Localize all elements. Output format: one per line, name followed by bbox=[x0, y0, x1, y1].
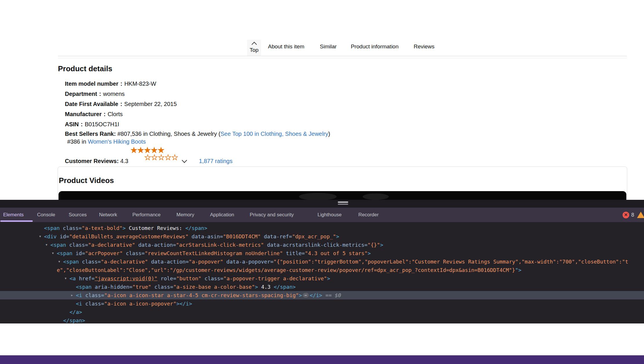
nav-item-reviews[interactable]: Reviews bbox=[414, 43, 435, 50]
error-icon[interactable]: ✕ bbox=[623, 212, 629, 218]
best-sellers-line1: Best Sellers Rank: #807,536 in Clothing,… bbox=[65, 130, 330, 138]
ellipsis-icon[interactable]: ⋯ bbox=[303, 293, 309, 298]
nav-top-button[interactable]: Top bbox=[247, 40, 261, 56]
devtools-code-line[interactable]: ▾<span class="a-declarative" data-action… bbox=[0, 241, 644, 249]
detail-value: September 22, 2015 bbox=[124, 101, 177, 107]
chevron-up-icon bbox=[251, 42, 257, 47]
devtools-tab-recorder[interactable]: Recorder bbox=[358, 208, 379, 222]
product-details-list: Item model number:HKM-823-W Department:w… bbox=[65, 80, 177, 131]
detail-label: Date First Available bbox=[65, 101, 118, 107]
devtools-tab-lighthouse[interactable]: Lighthouse bbox=[318, 208, 342, 222]
warning-icon[interactable] bbox=[637, 212, 644, 218]
detail-label: Manufacturer bbox=[65, 111, 102, 117]
nav-item-about-this-item[interactable]: About this item bbox=[268, 43, 304, 50]
detail-label: Item model number bbox=[65, 81, 118, 87]
devtools-tab-network[interactable]: Network bbox=[99, 208, 117, 222]
active-tab-underline bbox=[0, 220, 33, 222]
nav-divider bbox=[58, 56, 627, 56]
detail-label: Department bbox=[65, 91, 97, 97]
devtools-code-line[interactable]: ▾<div id="detailBullets_averageCustomerR… bbox=[0, 232, 644, 241]
tree-expand-down-arrow-icon[interactable]: ▾ bbox=[64, 274, 67, 283]
detail-row: Date First Available:September 22, 2015 bbox=[65, 100, 177, 108]
detail-row: Department:womens bbox=[65, 90, 177, 98]
devtools-code-line[interactable]: ▾<a href="javascript:void(0)" role="butt… bbox=[0, 274, 644, 283]
best-sellers-label: Best Sellers Rank: bbox=[65, 131, 116, 137]
devtools-tab-application[interactable]: Application bbox=[210, 208, 234, 222]
detail-label: ASIN bbox=[65, 121, 79, 127]
devtools-code-line[interactable]: ▾<span class="a-declarative" data-action… bbox=[0, 257, 644, 266]
devtools-code-line[interactable]: <i class="a-icon a-icon-popover"></i> bbox=[0, 299, 644, 308]
devtools-code-line[interactable]: <span class="a-text-bold"> Customer Revi… bbox=[0, 224, 644, 232]
devtools-code-line[interactable]: ▾<span id="acrPopover" class="reviewCoun… bbox=[0, 249, 644, 257]
product-details-title: Product details bbox=[58, 64, 112, 73]
devtools-code-line[interactable]: </span> bbox=[0, 316, 644, 323]
devtools-tab-memory[interactable]: Memory bbox=[176, 208, 194, 222]
devtools-panel: Elements Console Sources Network Perform… bbox=[0, 200, 644, 323]
product-videos-title: Product Videos bbox=[59, 176, 114, 185]
devtools-tab-sources[interactable]: Sources bbox=[69, 208, 87, 222]
detail-value: womens bbox=[103, 91, 125, 97]
womens-hiking-boots-link[interactable]: Women's Hiking Boots bbox=[88, 138, 146, 145]
devtools-tab-elements[interactable]: Elements bbox=[3, 208, 24, 222]
ratings-count-link[interactable]: 1,877 ratings bbox=[199, 158, 233, 164]
devtools-code-line[interactable]: <span aria-hidden="true" class="a-size-b… bbox=[0, 283, 644, 291]
devtools-code-line[interactable]: </a> bbox=[0, 308, 644, 316]
rating-value: 4.3 bbox=[120, 158, 128, 164]
devtools-badges: ✕ 8 bbox=[623, 208, 640, 222]
devtools-tab-performance[interactable]: Performance bbox=[132, 208, 160, 222]
devtools-code-line[interactable]: ▸<i class="a-icon a-icon-star a-star-4-5… bbox=[0, 291, 644, 299]
footer-bar bbox=[0, 355, 644, 364]
customer-reviews-label: Customer Reviews: bbox=[65, 158, 119, 164]
devtools-resize-strip[interactable] bbox=[0, 200, 644, 208]
section-divider bbox=[58, 58, 627, 58]
best-sellers-rank: Best Sellers Rank: #807,536 in Clothing,… bbox=[65, 130, 330, 146]
best-sellers-line2: #386 in Women's Hiking Boots bbox=[65, 138, 330, 146]
tree-expand-down-arrow-icon[interactable]: ▾ bbox=[52, 249, 54, 257]
detail-value: B015OC7H1I bbox=[85, 121, 119, 127]
devtools-elements-tree: <span class="a-text-bold"> Customer Revi… bbox=[0, 222, 644, 323]
tree-expand-down-arrow-icon[interactable]: ▾ bbox=[45, 241, 48, 249]
tree-expand-down-arrow-icon[interactable]: ▾ bbox=[58, 257, 61, 266]
devtools-tabbar: Elements Console Sources Network Perform… bbox=[0, 208, 644, 222]
nav-top-label: Top bbox=[250, 47, 259, 53]
video-thumb-shape bbox=[299, 193, 337, 200]
drag-handle-icon[interactable] bbox=[338, 202, 348, 206]
error-count: 8 bbox=[631, 212, 634, 218]
tree-expand-right-arrow-icon[interactable]: ▸ bbox=[71, 291, 73, 299]
reviews-popover-chevron-down-icon[interactable] bbox=[182, 158, 187, 163]
nav-item-product-information[interactable]: Product information bbox=[351, 43, 399, 50]
detail-row: Item model number:HKM-823-W bbox=[65, 80, 177, 87]
detail-value: Clorts bbox=[107, 111, 123, 117]
detail-row: Manufacturer:Clorts bbox=[65, 110, 177, 118]
nav-item-similar[interactable]: Similar bbox=[320, 43, 337, 50]
detail-row: ASIN:B015OC7H1I bbox=[65, 120, 177, 128]
see-top-100-link[interactable]: See Top 100 in Clothing, Shoes & Jewelry bbox=[220, 131, 328, 137]
video-thumb-shape bbox=[363, 193, 389, 200]
devtools-tab-privacy-and-security[interactable]: Privacy and security bbox=[250, 208, 294, 222]
devtools-code-line[interactable]: e","closeButtonLabel":"Close","url":"/gp… bbox=[0, 266, 644, 274]
detail-value: HKM-823-W bbox=[124, 81, 156, 87]
tree-expand-down-arrow-icon[interactable]: ▾ bbox=[39, 232, 41, 241]
devtools-tab-console[interactable]: Console bbox=[37, 208, 55, 222]
